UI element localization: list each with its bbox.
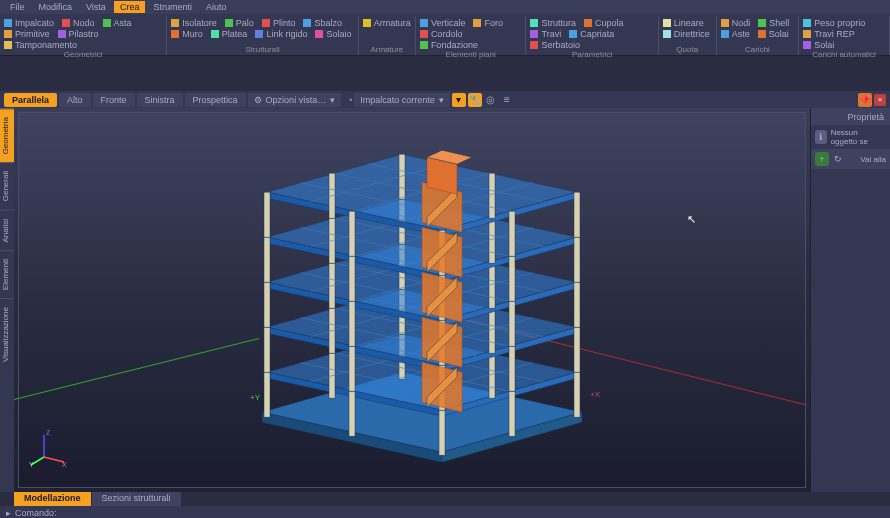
ribbon-solaio[interactable]: Solaio (315, 29, 351, 39)
sidetab-generali[interactable]: Generali (0, 162, 14, 209)
ribbon-impalcato[interactable]: Impalcato (4, 18, 54, 28)
sidetab-elementi[interactable]: Elementi (0, 250, 14, 298)
ribbon-isolatore[interactable]: Isolatore (171, 18, 217, 28)
ribbon-struttura[interactable]: Struttura (530, 18, 576, 28)
ribbon-group-carichi automatici: Peso proprioTravi REPSolaiCarichi automa… (799, 16, 890, 55)
svg-rect-10 (349, 391, 355, 436)
ribbon-icon (803, 30, 811, 38)
ribbon-item-label: Asta (114, 18, 132, 28)
ribbon-icon (803, 19, 811, 27)
ribbon-group-label: Quota (663, 45, 712, 55)
ribbon-palo[interactable]: Palo (225, 18, 254, 28)
properties-panel: Proprietà ℹ Nessun oggetto se + ↻ Vai al… (810, 108, 890, 492)
menu-file[interactable]: File (4, 1, 31, 13)
ribbon-cordolo[interactable]: Cordolo (420, 29, 463, 39)
3d-viewport[interactable]: +X +Y ↖ Z X Y (14, 108, 810, 492)
ribbon-group-strutturali: IsolatorePaloPlintoSbalzoMuroPlateaLink … (167, 16, 359, 55)
ribbon-solai[interactable]: Solai (758, 29, 789, 39)
ribbon-armatura[interactable]: Armatura (363, 18, 411, 28)
ribbon-icon (721, 19, 729, 27)
ribbon-direttrice[interactable]: Direttrice (663, 29, 710, 39)
ribbon-item-label: Palo (236, 18, 254, 28)
ribbon-link-rigido[interactable]: Link rigido (255, 29, 307, 39)
ribbon-nodo[interactable]: Nodo (62, 18, 95, 28)
ribbon-icon (420, 41, 428, 49)
ribbon-travi[interactable]: Travi (530, 29, 561, 39)
level-dropdown[interactable]: Impalcato corrente ▾ (354, 93, 450, 107)
close-view-button[interactable]: × (874, 94, 886, 106)
plus-icon[interactable]: + (815, 152, 829, 166)
refresh-icon[interactable]: ↻ (833, 152, 843, 166)
svg-rect-42 (574, 282, 580, 327)
ribbon-nodi[interactable]: Nodi (721, 18, 751, 28)
ribbon-sbalzo[interactable]: Sbalzo (303, 18, 342, 28)
layers-button[interactable]: ≡ (500, 93, 514, 107)
sidetab-geometria[interactable]: Geometria (0, 108, 14, 162)
ribbon-solai[interactable]: Solai (803, 40, 834, 50)
viewtab-alto[interactable]: Alto (59, 93, 91, 107)
ribbon-travi-rep[interactable]: Travi REP (803, 29, 855, 39)
ribbon-cupola[interactable]: Cupola (584, 18, 624, 28)
ribbon-item-label: Armatura (374, 18, 411, 28)
axis-z-label: Z (46, 429, 51, 436)
ribbon-icon (62, 19, 70, 27)
ribbon-icon (4, 41, 12, 49)
command-input[interactable] (61, 508, 884, 518)
ribbon-peso-proprio[interactable]: Peso proprio (803, 18, 865, 28)
view-options-dropdown[interactable]: ⚙ Opzioni vista… ▾ (248, 93, 342, 107)
ribbon-foro[interactable]: Foro (473, 18, 503, 28)
pin-button[interactable]: 📌 (858, 93, 872, 107)
menu-aiuto[interactable]: Aiuto (200, 1, 233, 13)
ribbon-group-carichi: NodiShellAsteSolaiCarichi (717, 16, 800, 55)
bottomtab-sezioni[interactable]: Sezioni strutturali (92, 492, 181, 506)
menu-modifica[interactable]: Modifica (33, 1, 79, 13)
ribbon-shell[interactable]: Shell (758, 18, 789, 28)
viewtab-parallela[interactable]: Parallela (4, 93, 57, 107)
ribbon-aste[interactable]: Aste (721, 29, 750, 39)
ribbon-fondazione[interactable]: Fondazione (420, 40, 478, 50)
ribbon-verticale[interactable]: Verticale (420, 18, 466, 28)
ribbon-tamponamento[interactable]: Tamponamento (4, 40, 77, 50)
ribbon-lineare[interactable]: Lineare (663, 18, 704, 28)
ribbon-platea[interactable]: Platea (211, 29, 248, 39)
goto-label[interactable]: Vai alla (847, 155, 886, 164)
target-button[interactable]: ◎ (484, 93, 498, 107)
svg-rect-47 (489, 263, 495, 308)
ribbon-plinto[interactable]: Plinto (262, 18, 296, 28)
viewtab-prospettica[interactable]: Prospettica (185, 93, 246, 107)
sidetab-visualizzazione[interactable]: Visualizzazione (0, 298, 14, 370)
svg-rect-6 (264, 372, 270, 417)
ribbon-primitive[interactable]: Primitive (4, 29, 50, 39)
menu-strumenti[interactable]: Strumenti (147, 1, 198, 13)
menu-crea[interactable]: Crea (114, 1, 146, 13)
viewtab-sinistra[interactable]: Sinistra (137, 93, 183, 107)
sidetab-analisi[interactable]: Analisi (0, 210, 14, 251)
ribbon-icon (663, 30, 671, 38)
ribbon-icon (663, 19, 671, 27)
ribbon-item-label: Platea (222, 29, 248, 39)
ribbon-pilastro[interactable]: Pilastro (58, 29, 99, 39)
ribbon-item-label: Solai (769, 29, 789, 39)
ribbon-icon (758, 30, 766, 38)
ribbon-group-label: Parametrici (530, 50, 653, 60)
ribbon-item-label: Primitive (15, 29, 50, 39)
svg-rect-79 (509, 211, 515, 256)
ribbon-muro[interactable]: Muro (171, 29, 203, 39)
properties-header: Proprietà (811, 108, 890, 125)
bottomtab-modellazione[interactable]: Modellazione (14, 492, 91, 506)
wrench-button[interactable]: 🔧 (468, 93, 482, 107)
ribbon-icon (569, 30, 577, 38)
ribbon: ImpalcatoNodoAstaPrimitivePilastroTampon… (0, 14, 890, 56)
viewtab-fronte[interactable]: Fronte (93, 93, 135, 107)
no-selection-label: Nessun oggetto se (831, 128, 886, 146)
ribbon-item-label: Pilastro (69, 29, 99, 39)
ribbon-capriata[interactable]: Capriata (569, 29, 614, 39)
ribbon-asta[interactable]: Asta (103, 18, 132, 28)
ribbon-item-label: Nodi (732, 18, 751, 28)
menu-vista[interactable]: Vista (80, 1, 112, 13)
level-down-button[interactable]: ▾ (452, 93, 466, 107)
axis-gizmo[interactable]: Z X Y (29, 427, 69, 467)
svg-rect-74 (264, 192, 270, 237)
ribbon-serbatoio[interactable]: Serbatoio (530, 40, 580, 50)
svg-rect-28 (509, 346, 515, 391)
